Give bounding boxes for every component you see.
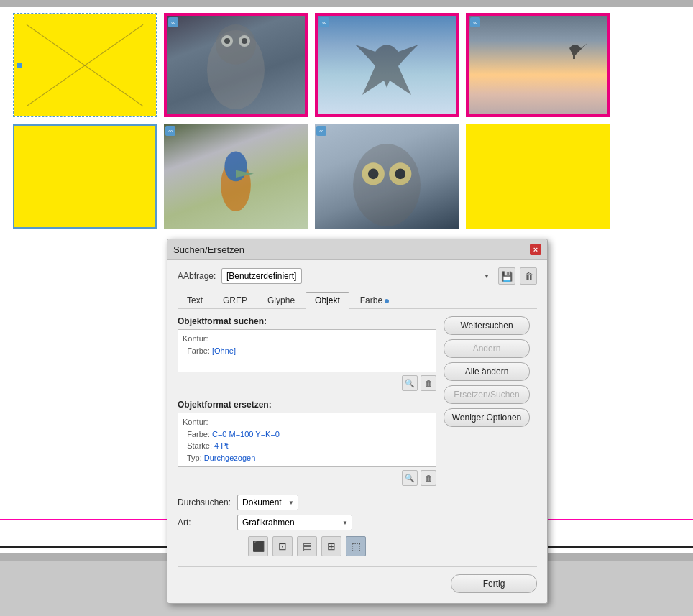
dialog-title: Suchen/Ersetzen xyxy=(173,244,244,255)
selection-handle xyxy=(17,63,22,68)
main-panel: Objektformat suchen: Kontur: Farbe: [Ohn… xyxy=(178,316,537,556)
replace-format-delete-button[interactable]: 🗑 xyxy=(421,470,436,486)
layer-icon[interactable]: ▤ xyxy=(297,536,317,556)
dialog-suchen-ersetzen: Suchen/Ersetzen × AAbfrage: [Benutzerdef… xyxy=(167,239,548,604)
replace-section: Objektformat ersetzen: Kontur: Farbe: C=… xyxy=(178,400,436,486)
art-label: Art: xyxy=(178,518,231,528)
link-icon-4: ∞ xyxy=(470,17,480,27)
replace-section-title: Objektformat ersetzen: xyxy=(178,400,436,410)
durchsuchen-select[interactable]: Dokument xyxy=(237,495,298,510)
svg-point-4 xyxy=(224,38,230,44)
durchsuchen-label: Durchsuchen: xyxy=(178,497,231,507)
image-cell-6[interactable]: ∞ xyxy=(164,124,308,229)
image-cell-5[interactable] xyxy=(13,124,157,229)
svg-point-11 xyxy=(368,169,379,180)
ersetzen-suchen-button[interactable]: Ersetzen/Suchen xyxy=(444,385,530,404)
weitersuchen-button[interactable]: Weitersuchen xyxy=(444,316,530,335)
table-icon[interactable]: ⊞ xyxy=(321,536,341,556)
replace-staerke-value: 4 Pt xyxy=(214,441,229,450)
search-farbe-line: Farbe: [Ohne] xyxy=(183,345,431,357)
search-section: Objektformat suchen: Kontur: Farbe: [Ohn… xyxy=(178,316,436,391)
replace-typ-line: Typ: Durchgezogen xyxy=(183,452,431,464)
replace-farbe-line: Farbe: C=0 M=100 Y=K=0 xyxy=(183,428,431,441)
frame-icon[interactable]: ⬚ xyxy=(346,536,366,556)
search-kontur-line: Kontur: xyxy=(183,333,431,345)
link-icon-7: ∞ xyxy=(316,126,326,136)
replace-farbe-label: Farbe: xyxy=(187,430,210,438)
delete-query-button[interactable]: 🗑 xyxy=(520,267,537,285)
image-cell-3[interactable]: ∞ xyxy=(315,13,459,117)
all-objects-icon[interactable]: ⬛ xyxy=(248,536,268,556)
fertig-button[interactable]: Fertig xyxy=(451,574,537,593)
art-select[interactable]: Grafikrahmen xyxy=(237,515,352,530)
query-label: AAbfrage: xyxy=(178,271,217,281)
tab-text[interactable]: Text xyxy=(178,292,212,308)
tab-dot xyxy=(385,299,389,303)
image-cell-7[interactable]: ∞ xyxy=(315,124,459,229)
svg-point-1 xyxy=(216,24,256,65)
tab-glyphe[interactable]: Glyphe xyxy=(258,292,304,308)
tab-objekt[interactable]: Objekt xyxy=(306,292,349,308)
image-grid: ∞ ∞ ∞ xyxy=(13,13,610,229)
search-section-title: Objektformat suchen: xyxy=(178,316,436,326)
master-page-icon[interactable]: ⊡ xyxy=(272,536,293,556)
aendern-button[interactable]: Ändern xyxy=(444,339,530,358)
fertig-row: Fertig xyxy=(178,566,537,593)
art-row: Art: Grafikrahmen xyxy=(178,515,436,530)
search-format-delete-button[interactable]: 🗑 xyxy=(421,375,436,391)
image-cell-1[interactable] xyxy=(13,13,157,117)
tab-grep[interactable]: GREP xyxy=(214,292,257,308)
link-icon-6: ∞ xyxy=(165,126,175,136)
dialog-content: AAbfrage: [Benutzerdefiniert] 💾 🗑 Text G… xyxy=(167,260,547,603)
close-button[interactable]: × xyxy=(530,244,541,255)
query-select[interactable]: [Benutzerdefiniert] xyxy=(221,268,302,284)
save-query-button[interactable]: 💾 xyxy=(498,267,515,285)
svg-point-5 xyxy=(242,38,247,44)
link-icon-3: ∞ xyxy=(319,17,329,27)
image-cell-8[interactable] xyxy=(466,124,610,229)
yellow-placeholder-2 xyxy=(14,126,155,227)
replace-kontur-label: Kontur: xyxy=(183,418,208,426)
replace-staerke-label: Stärke: xyxy=(187,441,212,450)
search-farbe-value: [Ohne] xyxy=(212,346,236,355)
replace-typ-label: Typ: xyxy=(187,454,202,462)
link-icon-2: ∞ xyxy=(168,17,178,27)
query-select-wrapper: [Benutzerdefiniert] xyxy=(221,268,494,284)
image-cell-4[interactable]: ∞ xyxy=(466,13,610,117)
search-kontur-label: Kontur: xyxy=(183,334,208,343)
search-format-box[interactable]: Kontur: Farbe: [Ohne] xyxy=(178,329,436,372)
alle-aendern-button[interactable]: Alle ändern xyxy=(444,362,530,381)
search-farbe-label: Farbe: xyxy=(187,346,210,355)
search-format-pick-button[interactable]: 🔍 xyxy=(402,375,418,391)
left-panel: Objektformat suchen: Kontur: Farbe: [Ohn… xyxy=(178,316,436,556)
replace-format-box[interactable]: Kontur: Farbe: C=0 M=100 Y=K=0 Stärke: 4… xyxy=(178,413,436,467)
yellow-placeholder-3 xyxy=(466,124,610,229)
search-icon-row: 🔍 🗑 xyxy=(178,375,436,391)
right-panel: Weitersuchen Ändern Alle ändern Ersetzen… xyxy=(444,316,537,556)
replace-icon-row: 🔍 🗑 xyxy=(178,470,436,486)
dialog-titlebar: Suchen/Ersetzen × xyxy=(167,239,547,260)
replace-kontur-line: Kontur: xyxy=(183,416,431,428)
icon-row: ⬛ ⊡ ▤ ⊞ ⬚ xyxy=(178,536,436,556)
svg-point-8 xyxy=(353,144,421,226)
replace-staerke-line: Stärke: 4 Pt xyxy=(183,440,431,452)
durchsuchen-select-wrapper: Dokument xyxy=(237,495,298,510)
query-row: AAbfrage: [Benutzerdefiniert] 💾 🗑 xyxy=(178,267,537,285)
tabs-row: Text GREP Glyphe Objekt Farbe xyxy=(178,292,537,309)
art-select-wrapper: Grafikrahmen xyxy=(237,515,352,530)
weniger-optionen-button[interactable]: Weniger Optionen xyxy=(444,408,530,427)
durchsuchen-row: Durchsuchen: Dokument xyxy=(178,495,436,510)
replace-farbe-value: C=0 M=100 Y=K=0 xyxy=(212,430,280,438)
replace-format-pick-button[interactable]: 🔍 xyxy=(402,470,418,486)
yellow-placeholder-1 xyxy=(14,14,156,116)
svg-point-12 xyxy=(395,169,405,180)
image-cell-2[interactable]: ∞ xyxy=(164,13,308,117)
replace-typ-value: Durchgezogen xyxy=(204,454,256,462)
tab-farbe[interactable]: Farbe xyxy=(351,292,398,308)
